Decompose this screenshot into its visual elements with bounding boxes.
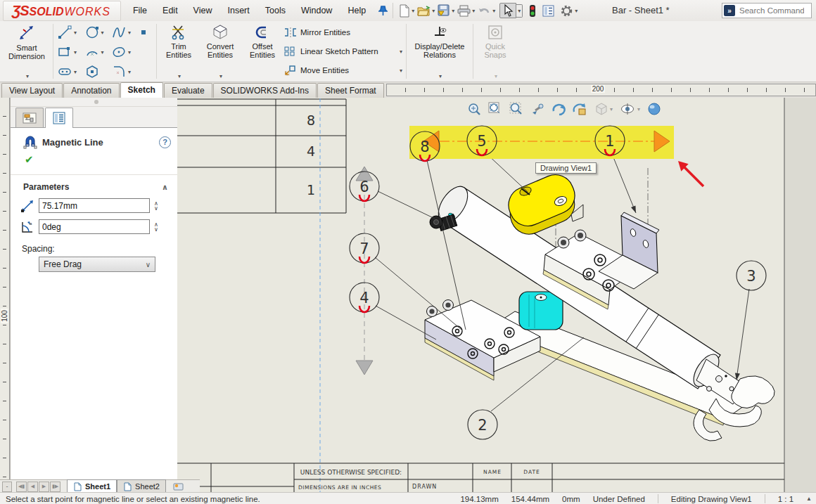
- spline-tool[interactable]: ▾: [110, 22, 137, 42]
- settings-gear-icon[interactable]: ▾: [559, 4, 578, 18]
- offset-entities-button[interactable]: Offset Entities: [242, 21, 283, 82]
- fillet-tool[interactable]: ▾: [110, 62, 137, 82]
- dropdown-chevron-icon: ∨: [146, 261, 151, 269]
- move-entities-button[interactable]: Move Entities ▾: [284, 63, 402, 78]
- polygon-tool[interactable]: [83, 62, 110, 82]
- zoom-to-fit-icon[interactable]: [466, 101, 482, 117]
- title-block-date: DATE: [523, 469, 540, 475]
- status-editing-mode[interactable]: Editing Drawing View1: [671, 495, 752, 503]
- vertical-magnetic-line[interactable]: [356, 167, 373, 375]
- tab-view-layout[interactable]: View Layout: [1, 83, 63, 98]
- property-manager-icon: [52, 112, 66, 124]
- save-button[interactable]: ▾: [437, 4, 455, 18]
- pane-display-icon[interactable]: [173, 482, 184, 491]
- help-icon[interactable]: ?: [159, 136, 171, 148]
- new-document-button[interactable]: ▾: [397, 4, 415, 18]
- display-delete-dropdown[interactable]: ▾: [439, 73, 442, 79]
- convert-entities-button[interactable]: Convert Entities ▾: [198, 21, 242, 82]
- angle-input[interactable]: [39, 219, 150, 234]
- tab-feature-manager[interactable]: [15, 108, 44, 127]
- horizontal-magnetic-line-highlight[interactable]: [409, 126, 674, 159]
- ellipse-tool[interactable]: ▾: [110, 42, 137, 62]
- trim-dropdown[interactable]: ▾: [178, 73, 181, 79]
- tab-property-manager[interactable]: [45, 108, 73, 128]
- rebuild-traffic-light-icon[interactable]: [528, 4, 537, 18]
- open-document-button[interactable]: ▾: [416, 4, 435, 18]
- status-sheet-scale[interactable]: 1 : 1: [778, 495, 793, 503]
- spacing-dropdown[interactable]: Free Drag ∨: [39, 257, 155, 272]
- sketch-pattern-group: Mirror Entities Linear Sketch Pattern ▾ …: [283, 21, 404, 82]
- sheet-tab-sheet1[interactable]: Sheet1: [67, 479, 117, 493]
- rotate-view-icon[interactable]: [551, 101, 566, 117]
- ok-checkmark-icon[interactable]: ✔: [11, 150, 178, 170]
- select-tool-dropdown[interactable]: ▾: [516, 4, 523, 18]
- logo-glyph: ƷS: [12, 3, 29, 19]
- point-tool[interactable]: [137, 22, 155, 42]
- assembly-drawing-view[interactable]: [425, 168, 774, 441]
- trim-entities-button[interactable]: Trim Entities ▾: [159, 21, 198, 82]
- pin-icon[interactable]: [378, 5, 388, 17]
- search-commands-box[interactable]: »: [722, 3, 812, 18]
- previous-view-icon[interactable]: [530, 101, 545, 117]
- bom-table[interactable]: [177, 99, 346, 213]
- angle-spinner[interactable]: ∧∨: [154, 222, 158, 232]
- menu-file[interactable]: File: [125, 6, 155, 15]
- menu-window[interactable]: Window: [293, 6, 340, 15]
- tab-sheet-format[interactable]: Sheet Format: [317, 83, 384, 98]
- tab-solidworks-add-ins[interactable]: SOLIDWORKS Add-Ins: [213, 83, 317, 98]
- options-list-icon[interactable]: [542, 4, 556, 18]
- edit-appearance-icon[interactable]: [646, 101, 662, 117]
- title-block-dimensions: DIMENSIONS ARE IN INCHES: [298, 484, 381, 491]
- hide-show-items-icon[interactable]: ▾: [620, 101, 641, 117]
- ruler-label-100: 100: [1, 309, 8, 323]
- tab-annotation[interactable]: Annotation: [63, 83, 119, 98]
- line-tool[interactable]: ▾: [56, 22, 83, 42]
- title-block-name: NAME: [483, 469, 502, 475]
- first-sheet-button[interactable]: ◀▮: [16, 482, 27, 492]
- balloon-2[interactable]: 2: [468, 410, 497, 439]
- magnetic-line-arrow-down[interactable]: [356, 361, 373, 375]
- splitter-minus-handle[interactable]: -: [2, 482, 12, 492]
- length-input[interactable]: [39, 198, 150, 213]
- convert-dropdown[interactable]: ▾: [219, 73, 222, 79]
- svg-text:a: a: [30, 221, 32, 226]
- 3d-drawing-view-icon[interactable]: [572, 101, 587, 117]
- document-title: Bar - Sheet1 *: [612, 5, 670, 15]
- linear-sketch-pattern-button[interactable]: Linear Sketch Pattern ▾: [284, 44, 402, 59]
- select-tool-button[interactable]: [499, 3, 516, 18]
- prev-sheet-button[interactable]: ◀: [27, 482, 38, 492]
- arc-tool[interactable]: ▾: [83, 42, 110, 62]
- zoom-to-area-icon[interactable]: [487, 101, 503, 117]
- search-icon: »: [724, 5, 735, 16]
- tab-sketch[interactable]: Sketch: [120, 82, 163, 98]
- display-delete-relations-button[interactable]: Display/Delete Relations ▾: [409, 21, 471, 82]
- panel-splitter[interactable]: [11, 98, 178, 107]
- slot-tool[interactable]: ▾: [56, 62, 83, 82]
- rectangle-tool[interactable]: ▾: [56, 42, 83, 62]
- mirror-entities-button[interactable]: Mirror Entities: [284, 25, 402, 40]
- print-button[interactable]: ▾: [457, 4, 476, 18]
- menu-tools[interactable]: Tools: [257, 6, 293, 15]
- search-input[interactable]: [738, 6, 805, 15]
- magnifier-icon[interactable]: [509, 101, 524, 117]
- status-expand-caret-icon[interactable]: ▲: [806, 496, 812, 502]
- tab-evaluate[interactable]: Evaluate: [164, 83, 212, 98]
- smart-dimension-button[interactable]: Smart Dimension ▾: [3, 21, 51, 82]
- parameters-group-header[interactable]: Parameters ∧: [11, 178, 178, 196]
- length-spinner[interactable]: ∧∨: [154, 201, 158, 211]
- undo-button[interactable]: ▾: [477, 4, 496, 18]
- menu-edit[interactable]: Edit: [155, 6, 186, 15]
- sheet-tab-sheet2[interactable]: Sheet2: [117, 479, 166, 493]
- smart-dimension-dropdown[interactable]: ▾: [26, 73, 29, 79]
- menu-view[interactable]: View: [186, 6, 220, 15]
- menu-help[interactable]: Help: [340, 6, 374, 15]
- move-entities-dropdown[interactable]: ▾: [400, 67, 402, 74]
- last-sheet-button[interactable]: ▮▶: [50, 482, 60, 492]
- drawing-sheet-area[interactable]: 8 4 1 UNLESS OTHERWISE SPECIFIED: NAME D…: [177, 98, 816, 492]
- menu-insert[interactable]: Insert: [219, 6, 257, 15]
- next-sheet-button[interactable]: ▶: [39, 482, 49, 492]
- linear-pattern-dropdown[interactable]: ▾: [400, 49, 402, 55]
- balloon-3[interactable]: 3: [737, 261, 766, 290]
- display-style-icon[interactable]: ▾: [593, 101, 614, 117]
- circle-tool[interactable]: ▾: [83, 22, 110, 42]
